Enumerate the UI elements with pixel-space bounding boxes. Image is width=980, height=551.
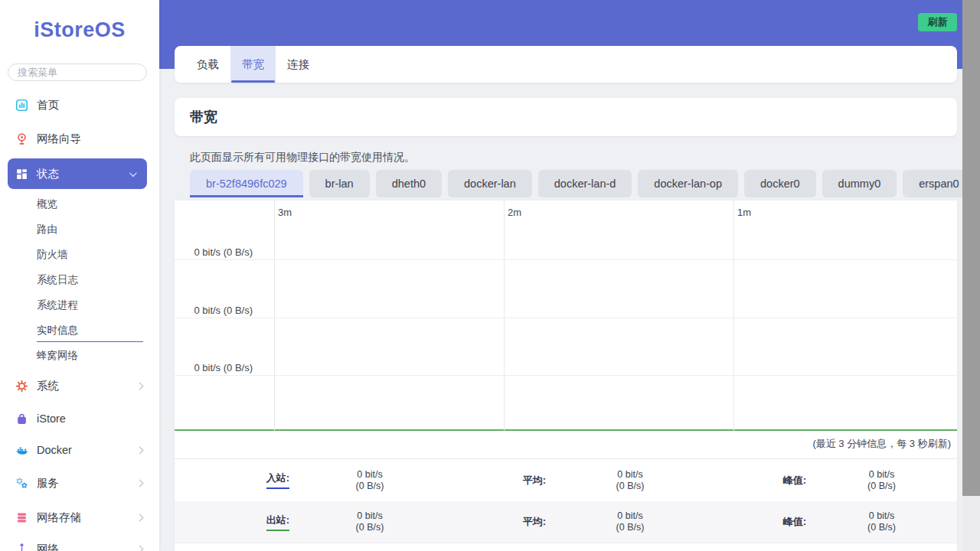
outbound-label: 出站: [175,514,289,531]
inbound-label: 入站: [175,471,289,489]
sidebar-item-network[interactable]: 网络 [0,540,159,551]
x-tick-2m: 2m [508,207,521,218]
sidebar: iStoreOS 首页 网络向导 状态 概览 路由 防火墙 系统日志 系统进程 … [0,0,159,551]
refresh-button[interactable]: 刷新 [918,13,957,31]
bandwidth-graph: 3m 2m 1m 0 bit/s (0 B/s) 0 bit/s (0 B/s)… [175,201,957,431]
sidebar-item-label: Docker [37,444,72,456]
bandwidth-chart-card: 3m 2m 1m 0 bit/s (0 B/s) 0 bit/s (0 B/s)… [175,201,957,551]
page-tabs: 负载 带宽 连接 [175,46,957,83]
chevron-right-icon [136,446,144,454]
sidebar-item-label: iStore [37,412,66,425]
inbound-average: 0 bit/s(0 B/s) [546,469,714,492]
page-description: 此页面显示所有可用物理接口的带宽使用情况。 [190,151,415,165]
tab-bandwidth[interactable]: 带宽 [230,46,276,83]
chevron-right-icon [136,382,144,390]
inbound-stats-row: 入站: 0 bit/s(0 B/s) 平均: 0 bit/s(0 B/s) 峰值… [175,459,957,501]
chevron-right-icon [136,479,144,487]
gridline [175,318,957,318]
outbound-peak-label: 峰值: [714,515,806,529]
sidebar-item-label: 状态 [37,167,59,181]
x-tick-3m: 3m [278,207,292,218]
sidebar-item-label: 首页 [37,98,59,112]
chevron-right-icon [136,514,144,521]
inbound-current: 0 bit/s(0 B/s) [289,469,450,492]
inbound-average-label: 平均: [450,474,546,487]
gridline [175,375,957,376]
page-scrollbar-track[interactable] [962,0,980,551]
y-tick: 0 bit/s (0 B/s) [175,362,253,373]
docker-whale-icon [15,444,28,457]
sidebar-subitem-realtime[interactable]: 实时信息 [37,323,143,342]
interface-tab-br-lan[interactable]: br-lan [309,170,370,197]
outbound-peak: 0 bit/s(0 B/s) [806,510,957,533]
interface-tab-docker-lan-d[interactable]: docker-lan-d [538,170,632,197]
interface-tab-docker-lan[interactable]: docker-lan [448,170,532,197]
x-tick-1m: 1m [737,207,751,218]
dashboard-icon [15,99,28,112]
sidebar-item-network-wizard[interactable]: 网络向导 [0,129,159,148]
chart-caption: (最近 3 分钟信息，每 3 秒刷新) [175,432,957,459]
tab-load[interactable]: 负载 [185,46,230,83]
y-tick: 0 bit/s (0 B/s) [175,246,253,258]
sidebar-item-label: 网络 [37,542,59,551]
sidebar-item-label: 网络向导 [37,132,81,146]
sidebar-item-home[interactable]: 首页 [0,96,159,114]
gridline [175,259,957,260]
page-scrollbar-thumb[interactable] [962,0,980,496]
main-content: 刷新 负载 带宽 连接 带宽 此页面显示所有可用物理接口的带宽使用情况。 br-… [159,0,962,551]
sidebar-subitem-processes[interactable]: 系统进程 [37,298,78,313]
tab-connections[interactable]: 连接 [276,46,321,83]
interface-tab-br-52f8496fc029[interactable]: br-52f8496fc029 [190,170,303,197]
sidebar-subitem-cellular[interactable]: 蜂窝网络 [37,348,78,364]
database-icon [15,511,28,524]
chevron-right-icon [136,545,144,551]
sidebar-item-status[interactable]: 状态 [8,158,147,189]
sidebar-item-docker[interactable]: Docker [0,441,159,459]
sidebar-item-label: 网络存储 [37,510,81,525]
y-tick: 0 bit/s (0 B/s) [175,305,253,316]
sidebar-item-label: 服务 [37,476,59,491]
interface-tab-docker-lan-op[interactable]: docker-lan-op [638,170,738,197]
app-logo: iStoreOS [0,18,159,42]
outbound-average-label: 平均: [450,515,546,529]
inbound-peak-label: 峰值: [714,474,806,487]
title-card: 带宽 [175,98,957,136]
sidebar-item-network-storage[interactable]: 网络存储 [0,508,159,527]
globe-wizard-icon [15,132,28,145]
search-input[interactable] [8,64,147,81]
gears-icon [15,477,28,490]
shopping-bag-icon [15,412,28,425]
network-icon [15,543,28,551]
grid-icon [15,168,28,181]
gridline [733,201,734,431]
inbound-peak: 0 bit/s(0 B/s) [806,469,957,492]
sidebar-subitem-firewall[interactable]: 防火墙 [37,247,68,262]
gear-icon [15,380,28,393]
sidebar-subitem-syslog[interactable]: 系统日志 [37,272,78,288]
sidebar-item-system[interactable]: 系统 [0,377,159,395]
outbound-average: 0 bit/s(0 B/s) [546,510,714,533]
sidebar-item-services[interactable]: 服务 [0,474,159,492]
gridline [274,201,275,431]
interface-tab-dheth0[interactable]: dheth0 [376,170,442,197]
sidebar-item-label: 系统 [37,379,59,393]
interface-tab-dummy0[interactable]: dummy0 [822,170,897,197]
outbound-current: 0 bit/s(0 B/s) [289,510,450,533]
sidebar-item-istore[interactable]: iStore [0,409,159,428]
page-title: 带宽 [190,108,217,126]
sidebar-subitem-routes[interactable]: 路由 [37,222,57,237]
chevron-down-icon [129,169,137,177]
outbound-stats-row: 出站: 0 bit/s(0 B/s) 平均: 0 bit/s(0 B/s) 峰值… [175,501,957,543]
sidebar-subitem-overview[interactable]: 概览 [37,197,57,212]
gridline [504,201,505,431]
interface-tabs: br-52f8496fc029 br-lan dheth0 docker-lan… [190,170,980,197]
interface-tab-docker0[interactable]: docker0 [744,170,816,197]
